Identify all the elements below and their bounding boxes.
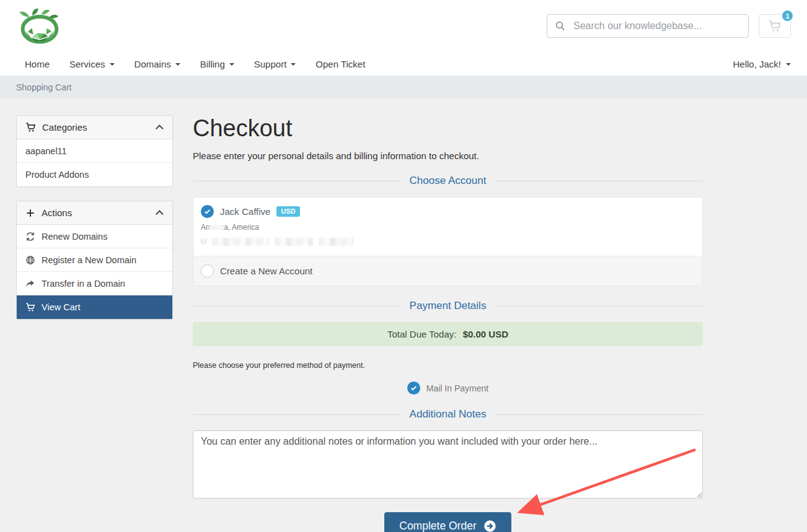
caret-down-icon [786,63,791,66]
section-additional-notes: Additional Notes [193,408,703,421]
search-input[interactable] [572,20,741,32]
sidebar-item-label: Register a New Domain [42,255,136,265]
sidebar-item-aapanel11[interactable]: aapanel11 [17,139,172,163]
sidebar: Categories aapanel11 Product Addons Acti… [16,115,173,320]
redacted-address-line: U [201,237,695,246]
redaction-blur [209,222,224,232]
section-choose-account: Choose Account [193,175,703,187]
chevron-up-icon [156,210,164,218]
payment-method-mail-in[interactable]: Mail In Payment [193,382,703,395]
create-account-label: Create a New Account [220,266,312,276]
sidebar-item-view-cart[interactable]: View Cart [17,295,172,319]
total-due-label: Total Due Today: [387,329,456,339]
actions-panel-header[interactable]: Actions [17,201,172,225]
sidebar-item-product-addons[interactable]: Product Addons [17,163,172,186]
nav-label: Domains [134,59,171,69]
radio-checked-icon[interactable] [201,205,214,218]
greeting-label: Hello, Jack! [733,59,781,69]
account-name: Jack Caffive [220,206,270,217]
nav-label: Support [254,59,287,69]
sidebar-item-label: aapanel11 [25,146,67,156]
globe-icon [25,255,35,265]
section-heading-label: Additional Notes [401,408,495,420]
currency-badge: USD [276,206,299,217]
nav-services[interactable]: Services [60,59,125,69]
nav-support[interactable]: Support [244,59,306,69]
total-due-value: $0.00 USD [463,329,508,339]
nav-open-ticket[interactable]: Open Ticket [306,59,375,69]
caret-down-icon [291,63,296,66]
total-due-alert: Total Due Today: $0.00 USD [193,322,703,346]
complete-order-label: Complete Order [399,520,477,532]
account-option-existing[interactable]: Jack Caffive USD America, America U [193,198,702,256]
radio-unchecked-icon[interactable] [201,264,214,277]
account-menu[interactable]: Hello, Jack! [733,59,791,69]
page-title: Checkout [193,115,703,142]
sidebar-item-label: Transfer in a Domain [42,279,125,289]
top-header: 1 [0,0,807,52]
payment-hint: Please choose your preferred method of p… [193,361,703,370]
payment-method-label: Mail In Payment [426,383,488,393]
sidebar-item-register-domain[interactable]: Register a New Domain [17,248,172,272]
account-location: America, America [201,223,259,232]
arrow-circle-right-icon [483,520,496,532]
page-subtitle: Please enter your personal details and b… [193,150,703,161]
nav-label: Open Ticket [315,59,365,69]
panel-title: Categories [42,122,87,133]
transfer-icon [25,279,35,289]
caret-down-icon [110,63,115,66]
section-heading-label: Payment Details [401,300,495,312]
breadcrumb: Shopping Cart [0,76,807,99]
nav-label: Services [69,59,105,69]
chevron-up-icon [156,124,164,133]
caret-down-icon [175,63,180,66]
nav-domains[interactable]: Domains [125,59,190,69]
additional-notes-input[interactable] [193,430,703,499]
actions-panel: Actions Renew Domains Register a New Dom… [16,201,173,320]
sidebar-item-label: View Cart [42,302,81,312]
plus-icon [25,208,35,218]
account-selector: Jack Caffive USD America, America U Crea… [193,197,703,286]
checkout-main: Checkout Please enter your personal deta… [193,115,703,532]
cart-count-badge: 1 [781,9,794,22]
categories-panel: Categories aapanel11 Product Addons [16,115,173,187]
nav-label: Home [25,59,50,69]
sidebar-item-label: Product Addons [25,170,89,180]
nav-billing[interactable]: Billing [190,59,244,69]
search-icon [555,20,566,32]
complete-order-row: Complete Order [193,512,703,532]
section-payment-details: Payment Details [193,300,703,312]
nav-label: Billing [200,59,225,69]
cart-button[interactable]: 1 [759,14,791,38]
company-logo [16,8,63,46]
page-content: Categories aapanel11 Product Addons Acti… [0,99,807,532]
complete-order-button[interactable]: Complete Order [384,512,511,532]
caret-down-icon [229,63,234,66]
cart-icon [25,302,35,312]
categories-panel-header[interactable]: Categories [17,116,172,139]
cart-icon [768,19,782,33]
panel-title: Actions [42,207,72,218]
nav-home[interactable]: Home [16,59,60,69]
sidebar-item-transfer-domain[interactable]: Transfer in a Domain [17,272,172,295]
section-heading-label: Choose Account [401,175,495,186]
main-nav: Home Services Domains Billing Support Op… [0,52,807,76]
refresh-icon [25,232,35,242]
breadcrumb-label: Shopping Cart [16,82,72,92]
radio-checked-icon[interactable] [407,382,420,395]
sidebar-item-label: Renew Domains [42,232,107,242]
account-option-new[interactable]: Create a New Account [193,256,702,286]
sidebar-item-renew-domains[interactable]: Renew Domains [17,225,172,248]
knowledgebase-search [547,14,749,38]
cart-icon [25,122,36,133]
